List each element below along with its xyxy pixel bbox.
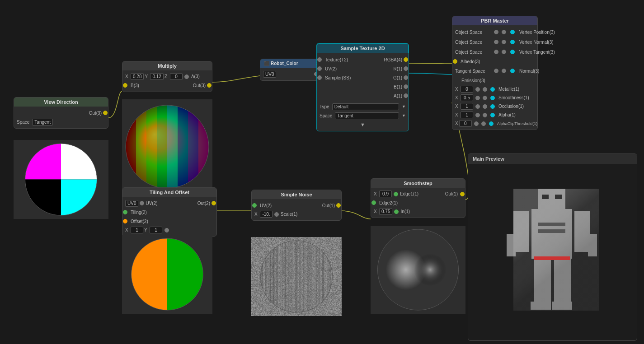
s-out[interactable] [490,96,495,100]
space-dropdown[interactable]: Tangent [32,119,53,126]
texture-in-port[interactable] [317,57,322,62]
y-label: Y [145,74,149,79]
sampler-in-port[interactable] [317,75,322,80]
occ-val[interactable]: 1 [461,103,473,110]
m-port[interactable] [475,87,480,92]
ac-out[interactable] [489,121,494,126]
os3-port[interactable] [494,50,498,54]
uv-dropdown[interactable]: UV0 [125,200,138,207]
edge2-label: Edge2(1) [379,200,398,205]
node-sample2d: Sample Texture 2D Texture(T2) RGBA(4) UV… [316,43,409,131]
in-port[interactable] [394,209,399,214]
expand-icon[interactable]: ▼ [360,122,365,127]
texture-out-row: UV0 [260,70,323,79]
vp-label: Vertex Position(3) [519,30,555,35]
r-port[interactable] [404,66,408,71]
b-in-port[interactable] [123,83,127,88]
x-lbl: X [374,191,378,196]
alpha-val[interactable]: 1 [461,112,473,118]
obj-space-row-1: Object Space Vertex Position(3) [452,27,537,37]
occlusion-row: X 1 Occlusion(1) [452,102,537,111]
out-port[interactable] [207,83,212,88]
os1-port2[interactable] [502,30,506,34]
uv-label: UV(2) [325,66,337,71]
node-robot-texture: ⬛ Robot_Color ✕ UV0 [260,59,323,81]
out-port[interactable] [103,111,108,115]
os1-port[interactable] [494,30,498,34]
rgba-port[interactable] [404,57,408,62]
al-port2[interactable] [483,113,487,117]
aclip-val[interactable]: 0 [459,120,472,127]
view-direction-preview [14,140,108,219]
m-port2[interactable] [483,87,487,92]
os2-port2[interactable] [502,40,506,44]
tiling-in-port[interactable] [123,210,127,214]
albedo-port[interactable] [453,59,457,64]
type-row: Type Default ▼ [317,102,409,111]
uv-in-port[interactable] [140,201,144,205]
uv-in-port[interactable] [317,66,322,71]
edge1-row: X 0.9 Edge1(1) Out(1) [371,190,465,198]
os1-out[interactable] [510,30,515,34]
y-val[interactable]: 1 [150,227,162,233]
uv-sn-row: UV(2) Out(1) [252,201,341,210]
edge1-port[interactable] [394,192,398,196]
xy-row: X 1 Y 1 [122,226,216,234]
x-value[interactable]: 0.28 [131,73,144,80]
edge2-port[interactable] [371,200,376,205]
offset-in-port[interactable] [123,219,127,223]
m-out[interactable] [490,87,495,92]
x1-val[interactable]: 0.9 [379,191,392,197]
a-port[interactable] [404,93,408,98]
oc-port2[interactable] [483,104,487,109]
out-port[interactable] [336,203,341,208]
b-port[interactable] [404,84,408,89]
os2-out[interactable] [510,40,515,44]
g-port[interactable] [404,75,408,80]
s-port2[interactable] [483,96,487,100]
uv-in-port[interactable] [252,203,257,208]
tiling-row: Tiling(2) [122,208,216,217]
os2-port[interactable] [494,40,498,44]
space-dropdown[interactable]: Tangent [335,112,399,119]
scale-label: Scale(1) [281,212,297,217]
uv-dropdown[interactable]: UV0 [263,71,276,78]
y-value[interactable]: 0.12 [150,73,163,80]
os3-out[interactable] [510,50,515,54]
out-port[interactable] [460,192,465,196]
x-val[interactable]: -10. [260,211,273,218]
alpha-row: X 1 Alpha(1) [452,111,537,119]
oc-port[interactable] [475,104,480,109]
sample2d-title: Sample Texture 2D [340,46,385,51]
metallic-val[interactable]: 0 [461,86,473,93]
s-port[interactable] [475,96,480,100]
ac-port[interactable] [474,121,479,126]
al-port[interactable] [475,113,480,117]
uv-row-s: UV(2) R(1) [317,64,409,73]
tiling-header: Tiling And Offset [122,188,216,197]
pbr-title: PBR Master [481,18,509,23]
ts-out[interactable] [510,69,515,73]
z-value[interactable]: 0 [170,73,183,80]
xy-port[interactable] [165,228,169,232]
os3-port2[interactable] [502,50,506,54]
sampler-label: Sampler(SS) [325,75,351,80]
out-port[interactable] [212,201,216,205]
al-out[interactable] [490,113,495,117]
ts-port2[interactable] [502,69,506,73]
type-dropdown[interactable]: Default [332,103,399,110]
offset-label: Offset(2) [131,219,148,224]
oc-out[interactable] [490,104,495,109]
ts-port[interactable] [494,69,498,73]
robot-title: Robot_Color [271,61,298,66]
offset-row: Offset(2) [122,217,216,226]
x2-val[interactable]: 0.75 [379,208,392,215]
xyz-port[interactable] [184,74,189,79]
metallic-row: X 0 Metallic(1) [452,85,537,93]
scale-port[interactable] [274,212,279,217]
smoothness-row: X 0.5 Smoothness(1) [452,93,537,102]
ac-port2[interactable] [481,121,486,126]
smooth-val[interactable]: 0.5 [461,94,473,101]
x-val[interactable]: 1 [131,227,143,233]
x-lbl: X [455,104,460,109]
